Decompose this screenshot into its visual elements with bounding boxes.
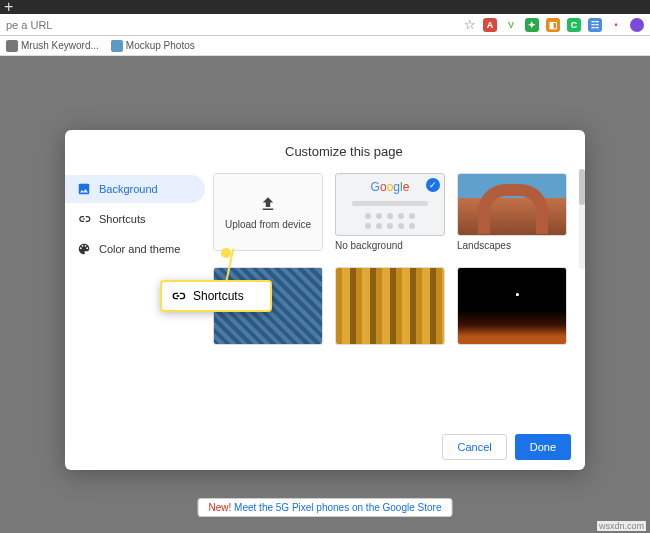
callout-label: Shortcuts — [193, 289, 244, 303]
extension-icon[interactable]: ☷ — [588, 18, 602, 32]
favicon-icon — [111, 40, 123, 52]
link-icon — [77, 212, 91, 226]
link-icon — [170, 288, 186, 304]
sidebar-label: Shortcuts — [99, 213, 145, 225]
scrollbar[interactable] — [579, 169, 585, 269]
bookmark-item[interactable]: Mrush Keyword... — [6, 40, 99, 52]
no-background-tile[interactable]: ✓ Google — [335, 173, 445, 236]
scrollbar-thumb[interactable] — [579, 169, 585, 205]
landscapes-tile[interactable] — [457, 173, 567, 236]
extension-icon[interactable]: C — [567, 18, 581, 32]
tab-strip: + — [0, 0, 650, 14]
sidebar-item-color-theme[interactable]: Color and theme — [65, 235, 205, 263]
extension-icon[interactable]: • — [609, 18, 623, 32]
extension-icon[interactable]: ✦ — [525, 18, 539, 32]
watermark: wsxdn.com — [597, 521, 646, 531]
favicon-icon — [6, 40, 18, 52]
upload-icon — [259, 195, 277, 213]
extension-icon[interactable]: A — [483, 18, 497, 32]
promo-text: Meet the 5G Pixel phones on the Google S… — [231, 502, 441, 513]
palette-icon — [77, 242, 91, 256]
sidebar-label: Color and theme — [99, 243, 180, 255]
customize-page-dialog: Customize this page Background Shortcuts… — [65, 130, 585, 470]
url-input[interactable]: pe a URL — [6, 19, 52, 31]
background-thumbnail[interactable] — [335, 267, 445, 345]
upload-label: Upload from device — [225, 219, 311, 230]
done-button[interactable]: Done — [515, 434, 571, 460]
promo-banner[interactable]: New! Meet the 5G Pixel phones on the Goo… — [198, 498, 453, 517]
selected-check-icon: ✓ — [426, 178, 440, 192]
toolbar-actions: ☆ A V ✦ ◧ C ☷ • — [464, 17, 644, 32]
extension-icon[interactable]: V — [504, 18, 518, 32]
sidebar-label: Background — [99, 183, 158, 195]
bookmark-label: Mrush Keyword... — [21, 40, 99, 51]
bookmarks-bar: Mrush Keyword... Mockup Photos — [0, 36, 650, 56]
cancel-button[interactable]: Cancel — [442, 434, 506, 460]
extension-icon[interactable]: ◧ — [546, 18, 560, 32]
promo-new-tag: New! — [209, 502, 232, 513]
sidebar-item-shortcuts[interactable]: Shortcuts — [65, 205, 205, 233]
tile-label: Landscapes — [457, 240, 567, 251]
google-logo: Google — [371, 180, 410, 194]
new-tab-icon[interactable]: + — [4, 0, 13, 16]
annotation-callout-shortcuts: Shortcuts — [160, 280, 272, 312]
bookmark-item[interactable]: Mockup Photos — [111, 40, 195, 52]
sidebar-item-background[interactable]: Background — [65, 175, 205, 203]
star-icon[interactable]: ☆ — [464, 17, 476, 32]
upload-from-device-tile[interactable]: Upload from device — [213, 173, 323, 251]
bookmark-label: Mockup Photos — [126, 40, 195, 51]
background-thumbnail[interactable] — [457, 267, 567, 345]
extension-icon[interactable] — [630, 18, 644, 32]
image-icon — [77, 182, 91, 196]
tile-label: No background — [335, 240, 445, 251]
dialog-footer: Cancel Done — [65, 424, 585, 470]
dialog-title: Customize this page — [65, 130, 585, 169]
address-bar: pe a URL ☆ A V ✦ ◧ C ☷ • — [0, 14, 650, 36]
